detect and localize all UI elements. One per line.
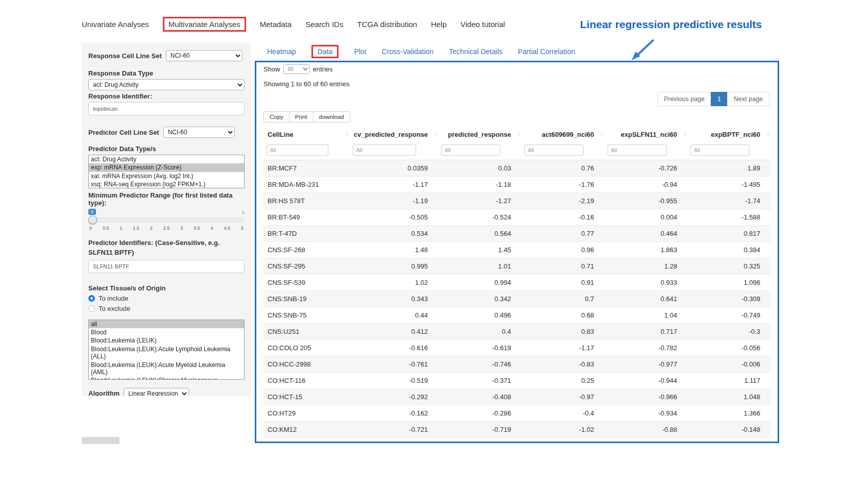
predictor-data-type-listbox[interactable]: act: Drug Activityexp: mRNA Expression (…	[88, 155, 245, 188]
cell-value: 1.89	[687, 160, 770, 177]
results-table: CellLine↑↓cv_predicted_response↑↓predict…	[263, 127, 770, 443]
sort-icon[interactable]: ↑↓	[345, 131, 348, 137]
response-cell-line-set-select[interactable]: NCI-60	[166, 50, 243, 61]
nav-item-univariate-analyses[interactable]: Univariate Analyses	[82, 20, 149, 29]
table-row: CO:HT29-0.162-0.286-0.4-0.9341.366	[263, 405, 770, 422]
cell-value: 0.994	[438, 275, 521, 291]
filter-input-cellline[interactable]	[267, 144, 328, 156]
cell-value: 0.96	[521, 242, 605, 258]
cell-value: 0.22	[521, 438, 605, 444]
table-row: CO:HCC-2998-0.761-0.746-0.83-0.977-0.006	[263, 356, 770, 373]
cell-value: 0.0359	[350, 160, 438, 177]
slider-tick-2-5: 2.5	[163, 226, 170, 231]
nav-item-metadata[interactable]: Metadata	[260, 20, 292, 29]
algorithm-select[interactable]: Linear Regression	[124, 388, 189, 396]
show-entries-suffix: entries	[313, 65, 333, 73]
sort-icon[interactable]: ↑↓	[683, 131, 686, 137]
slider-tick-3: 3	[180, 226, 183, 231]
nav-item-search-ids[interactable]: Search IDs	[305, 20, 343, 29]
option-act-drug-activity[interactable]: act: Drug Activity	[89, 155, 244, 163]
next-page-button[interactable]: Next page	[727, 92, 769, 106]
filter-input-predicted-response[interactable]	[441, 144, 500, 156]
tab-cross-validation[interactable]: Cross-Validation	[382, 47, 434, 56]
tissue-option-all[interactable]: all	[89, 320, 244, 328]
cell-value: -0.719	[438, 422, 521, 438]
cell-line-name: CNS:SF-295	[263, 258, 350, 275]
table-row: CNS:SF-5391.020.9940.910.9331.096	[263, 275, 770, 291]
filter-input-expslfn11-nci60[interactable]	[608, 144, 667, 156]
column-header-cv-predicted-response[interactable]: cv_predicted_response↑↓	[350, 127, 438, 142]
cell-value: 1.048	[687, 389, 770, 405]
response-identifier-input[interactable]	[88, 102, 245, 115]
sort-icon[interactable]: ↑↓	[517, 131, 520, 137]
copy-button[interactable]: Copy	[263, 111, 290, 123]
page-1-button[interactable]: 1	[711, 92, 728, 106]
tab-heatmap[interactable]: Heatmap	[267, 47, 296, 56]
cell-value: 0.342	[438, 291, 521, 307]
slider-tick-0: 0	[89, 226, 92, 231]
nav-item-tcga-distribution[interactable]: TCGA distribution	[357, 20, 417, 29]
filter-input-act609699-nci60[interactable]	[524, 144, 584, 156]
tissue-option-blood-leukemia-leuk[interactable]: Blood:Leukemia (LEUK)	[89, 336, 244, 345]
option-exp-mrna-expression-z-score[interactable]: exp: mRNA Expression (Z-Score)	[89, 163, 244, 172]
filter-cell-expbptf-nci60	[687, 142, 770, 160]
radio-to-exclude[interactable]: To exclude	[88, 305, 245, 312]
min-predictor-range-slider[interactable]: 0 5 00.511.522.533.544.55	[88, 209, 245, 234]
cell-line-name: BR:T-47D	[263, 226, 350, 242]
print-button[interactable]: Print	[289, 111, 314, 123]
tissue-option-blood-leukemia-leuk-chronic-myelogenous-leukemia-cml[interactable]: Blood:Leukemia (LEUK):Chronic Myelogenou…	[89, 376, 244, 379]
nav-item-video-tutorial[interactable]: Video tutorial	[461, 20, 505, 29]
slider-tick-3-5: 3.5	[194, 226, 200, 231]
cell-value: -0.944	[605, 373, 688, 389]
entries-count-select[interactable]: 60	[283, 64, 310, 74]
sort-icon[interactable]: ↑↓	[433, 131, 437, 137]
response-data-type-select[interactable]: act: Drug Activity	[88, 79, 245, 90]
column-header-predicted-response[interactable]: predicted_response↑↓	[438, 127, 521, 142]
sidebar: Response Cell Line Set NCI-60 Response D…	[82, 43, 251, 396]
cell-value: 0.412	[350, 324, 438, 340]
tab-partial-correlation[interactable]: Partial Correlation	[518, 47, 575, 56]
slider-handle[interactable]	[88, 215, 97, 224]
tissue-option-blood-leukemia-leuk-acute-lymphoid-leukemia-all[interactable]: Blood:Leukemia (LEUK):Acute Lymphoid Leu…	[89, 345, 244, 361]
option-xsq-rna-seq-expression-log2-fpkm-1[interactable]: xsq: RNA-seq Expression (log2 FPKM+1.)	[89, 180, 244, 188]
tissue-listbox[interactable]: allBloodBlood:Leukemia (LEUK)Blood:Leuke…	[88, 320, 245, 380]
cell-value: -1.029	[605, 438, 688, 444]
column-header-cellline[interactable]: CellLine↑↓	[263, 127, 350, 142]
cell-value: 0.03	[438, 160, 521, 177]
radio-to-include[interactable]: To include	[88, 295, 245, 302]
filter-input-expbptf-nci60[interactable]	[690, 144, 750, 156]
cell-value: -0.519	[350, 373, 438, 389]
download-button[interactable]: download	[313, 111, 350, 123]
slider-track[interactable]	[88, 217, 245, 222]
cell-value: -1.17	[521, 340, 605, 356]
filter-input-cv-predicted-response[interactable]	[353, 144, 416, 156]
cell-value: -1.18	[438, 177, 521, 193]
slider-tick-4-5: 4.5	[224, 226, 230, 231]
column-header-expslfn11-nci60[interactable]: expSLFN11_nci60↑↓	[605, 127, 688, 142]
cell-value: -0.88	[605, 422, 688, 438]
column-header-act609699-nci60[interactable]: act609699_nci60↑↓	[521, 127, 605, 142]
cell-line-name: CO:HT29	[263, 405, 350, 422]
table-row: CO:SW-620-0.533-0.50.22-1.0290.902	[263, 438, 770, 444]
tab-technical-details[interactable]: Technical Details	[449, 47, 502, 56]
tissue-option-blood[interactable]: Blood	[89, 328, 244, 336]
cell-value: 0.933	[605, 275, 688, 291]
previous-page-button[interactable]: Previous page	[657, 92, 711, 106]
sort-icon[interactable]: ↑↓	[766, 131, 769, 137]
sort-icon[interactable]: ↑↓	[600, 131, 603, 137]
tab-data[interactable]: Data	[311, 45, 339, 58]
column-header-expbptf-nci60[interactable]: expBPTF_nci60↑↓	[687, 127, 770, 142]
cell-value: 1.366	[687, 405, 770, 422]
column-label-expslfn11-nci60: expSLFN11_nci60	[621, 131, 678, 138]
tab-plot[interactable]: Plot	[354, 47, 366, 56]
filter-cell-cellline	[263, 142, 350, 160]
slider-tick-2: 2	[150, 226, 153, 231]
cell-value: -0.16	[521, 209, 605, 226]
nav-item-multivariate-analyses[interactable]: Multivariate Analyses	[163, 17, 246, 32]
predictor-cell-line-set-select[interactable]: NCI-60	[163, 127, 235, 138]
option-xai-mrna-expression-avg-log2-int[interactable]: xai: mRNA Expression (Avg. log2 Int.)	[89, 172, 244, 180]
cell-value: -0.408	[438, 389, 521, 405]
nav-item-help[interactable]: Help	[431, 20, 447, 29]
predictor-identifiers-input[interactable]	[88, 260, 245, 273]
tissue-option-blood-leukemia-leuk-acute-myeloid-leukemia-aml[interactable]: Blood:Leukemia (LEUK):Acute Myeloid Leuk…	[89, 361, 244, 377]
